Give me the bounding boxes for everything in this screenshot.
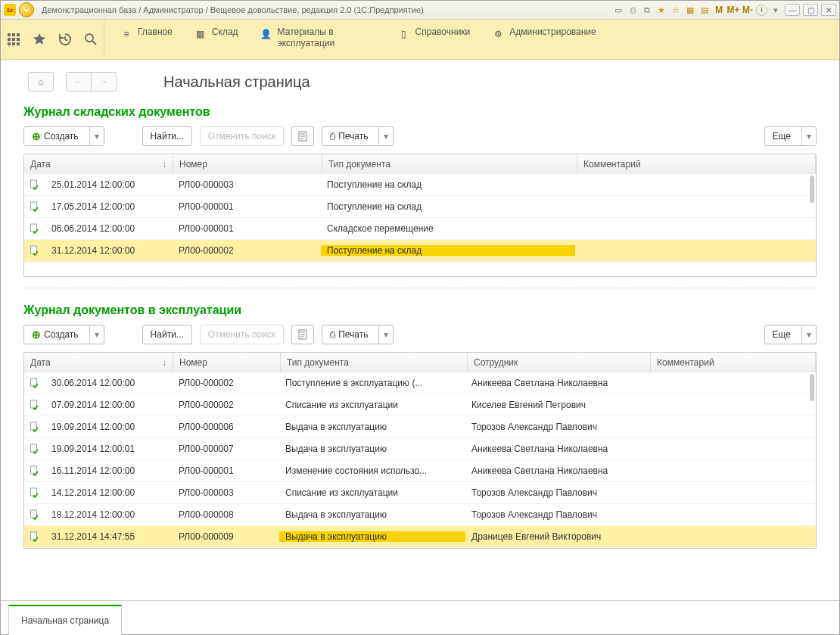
cell-type: Поступление в эксплуатацию (... — [279, 378, 465, 388]
table-row[interactable]: 19.09.2014 12:00:00РЛ00-000006Выдача в э… — [24, 416, 816, 438]
col-type-2[interactable]: Тип документа — [281, 353, 468, 372]
chevron-down-icon[interactable]: ▾ — [378, 325, 393, 344]
table-row[interactable]: 17.05.2014 12:00:00РЛ00-000001Поступлени… — [24, 196, 816, 218]
document-icon-button-1[interactable] — [291, 126, 314, 146]
plus-icon: ⊕ — [32, 130, 41, 142]
scrollbar-1[interactable] — [810, 176, 814, 203]
cell-type: Выдача в эксплуатацию — [279, 509, 465, 520]
info-icon[interactable]: i — [756, 5, 767, 16]
printer-icon: ⎙ — [330, 329, 335, 340]
menu-materials-label: Материалы в эксплуатации — [278, 26, 376, 49]
svg-rect-11 — [31, 180, 37, 188]
cancel-find-button-2: Отменить поиск — [200, 325, 284, 344]
table-row[interactable]: 19.09.2014 12:00:01РЛ00-000007Выдача в э… — [24, 438, 816, 460]
m-plus-button[interactable]: M+ — [727, 4, 739, 16]
cell-num: РЛ00-000006 — [173, 422, 279, 432]
table-row[interactable]: 14.12.2014 12:00:00РЛ00-000003Списание и… — [24, 482, 816, 504]
cell-date: 31.12.2014 14:47:55 — [45, 531, 173, 542]
menu-sklad[interactable]: ▦Склад — [186, 22, 252, 41]
menu-refs[interactable]: ▯Справочники — [390, 22, 484, 41]
table-row[interactable]: 06.06.2014 12:00:00РЛ00-000001Складское … — [24, 218, 816, 240]
find-button-1[interactable]: Найти... — [142, 126, 192, 146]
menu-materials[interactable]: 👤Материалы в эксплуатации — [252, 22, 390, 49]
col-type-1[interactable]: Тип документа — [322, 154, 577, 174]
col-emp-2[interactable]: Сотрудник — [468, 353, 651, 372]
m-minus-button[interactable]: M- — [742, 4, 754, 16]
cell-type: Складское перемещение — [321, 223, 575, 234]
cell-num: РЛ00-000008 — [173, 509, 279, 520]
more-button-2[interactable]: Еще▾ — [764, 325, 817, 344]
person-icon: 👤 — [260, 27, 273, 41]
table-row[interactable]: 16.11.2014 12:00:00РЛ00-000001Изменение … — [24, 460, 816, 482]
chevron-down-icon[interactable]: ▾ — [89, 127, 104, 145]
table-row[interactable]: 25.01.2014 12:00:00РЛ00-000003Поступлени… — [24, 174, 816, 196]
chevron-down-icon[interactable]: ▾ — [801, 325, 816, 344]
document-check-icon — [24, 531, 45, 542]
create-button-2[interactable]: ⊕Создать▾ — [23, 325, 104, 344]
sort-down-icon: ↓ — [162, 357, 166, 368]
svg-rect-16 — [31, 378, 37, 386]
chevron-down-icon[interactable]: ▾ — [801, 127, 816, 145]
create-label: Создать — [44, 329, 79, 340]
menu-admin[interactable]: ⚙Администрирование — [484, 22, 609, 41]
print-button-2[interactable]: ⎙Печать▾ — [322, 325, 394, 344]
nav-row: ⌂ ← → Начальная страница — [1, 60, 839, 102]
svg-rect-20 — [31, 466, 37, 474]
col-num-2[interactable]: Номер — [173, 353, 281, 372]
cell-emp: Драницев Евгений Викторович — [465, 531, 648, 542]
col-date-2[interactable]: Дата↓ — [24, 353, 173, 372]
print-icon[interactable]: ⎙ — [627, 4, 639, 16]
print-button-1[interactable]: ⎙Печать▾ — [322, 126, 394, 146]
table-row[interactable]: 31.12.2014 14:47:55РЛ00-000009Выдача в э… — [24, 526, 816, 548]
book-icon: ▯ — [397, 27, 411, 41]
col-comment-2[interactable]: Комментарий — [651, 353, 816, 372]
copy-icon[interactable]: ⧉ — [641, 4, 653, 16]
table-row[interactable]: 18.12.2014 12:00:00РЛ00-000008Выдача в э… — [24, 504, 816, 526]
cell-date: 25.01.2014 12:00:00 — [45, 179, 173, 190]
minimize-button[interactable]: — — [785, 4, 800, 16]
table-row[interactable]: 30.06.2014 12:00:00РЛ00-000002Поступлени… — [24, 372, 816, 394]
col-date-1[interactable]: Дата↓ — [24, 154, 173, 174]
col-comment-1[interactable]: Комментарий — [577, 154, 816, 174]
history-icon-button[interactable] — [52, 20, 78, 59]
table-row[interactable]: 31.12.2014 12:00:00РЛ00-000002Поступлени… — [24, 240, 816, 262]
tab-start-page[interactable]: Начальная страница — [8, 605, 122, 635]
calendar-icon[interactable]: ▤ — [698, 4, 711, 16]
table-row[interactable]: 07.09.2014 12:00:00РЛ00-000002Списание и… — [24, 394, 816, 416]
close-button[interactable]: ✕ — [821, 4, 836, 16]
menu-sklad-label: Склад — [212, 26, 238, 38]
find-button-2[interactable]: Найти... — [142, 325, 192, 344]
create-button-1[interactable]: ⊕Создать▾ — [23, 126, 104, 146]
dropdown-icon[interactable]: ▾ — [770, 4, 782, 16]
grid-icon: ▦ — [194, 27, 207, 41]
col-type-label: Тип документа — [287, 357, 349, 368]
back-button[interactable]: ← — [66, 72, 92, 92]
col-date-label: Дата — [30, 357, 51, 368]
tab-bar: Начальная страница — [1, 600, 839, 634]
chevron-down-icon[interactable]: ▾ — [89, 325, 104, 344]
svg-rect-18 — [31, 422, 37, 430]
search-icon-button[interactable] — [78, 20, 104, 59]
forward-button[interactable]: → — [92, 72, 117, 92]
star-outline-icon[interactable]: ☆ — [670, 4, 682, 16]
document-check-icon — [24, 465, 45, 476]
calculator-icon[interactable]: ▦ — [684, 4, 696, 16]
scrollbar-2[interactable] — [810, 374, 814, 401]
main-menu-button[interactable] — [19, 2, 34, 17]
cell-date: 19.09.2014 12:00:00 — [45, 422, 173, 432]
more-button-1[interactable]: Еще▾ — [764, 126, 817, 146]
star-icon[interactable]: ★ — [655, 4, 667, 16]
col-num-1[interactable]: Номер — [173, 154, 322, 174]
chevron-down-icon[interactable]: ▾ — [378, 127, 393, 145]
logo-1c: 1c — [4, 4, 16, 16]
document-icon-button-2[interactable] — [291, 325, 314, 344]
disk-icon[interactable]: ▭ — [612, 4, 624, 16]
cell-num: РЛ00-000001 — [173, 201, 321, 212]
menu-main[interactable]: ≡Главное — [112, 22, 186, 41]
home-button[interactable]: ⌂ — [28, 72, 54, 92]
maximize-button[interactable]: ▢ — [803, 4, 818, 16]
apps-icon-button[interactable] — [1, 20, 26, 59]
favorite-icon-button[interactable] — [26, 20, 52, 59]
cell-date: 16.11.2014 12:00:00 — [45, 465, 173, 476]
m-button[interactable]: M — [713, 4, 725, 16]
